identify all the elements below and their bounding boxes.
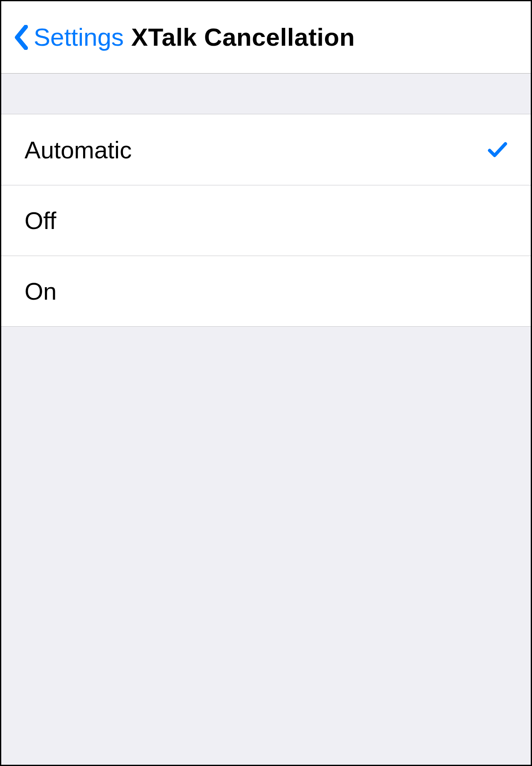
option-label: Automatic (25, 136, 132, 164)
option-label: Off (25, 207, 56, 234)
app-frame: Settings XTalk Cancellation Automatic Of… (0, 0, 532, 766)
content-fill (1, 327, 531, 765)
page-title: XTalk Cancellation (131, 23, 355, 52)
navbar: Settings XTalk Cancellation (1, 1, 531, 74)
option-automatic[interactable]: Automatic (1, 114, 531, 185)
back-label: Settings (34, 23, 124, 52)
back-button[interactable]: Settings (14, 23, 124, 52)
option-off[interactable]: Off (1, 185, 531, 256)
section-gap (1, 74, 531, 114)
checkmark-icon (488, 141, 507, 158)
option-label: On (25, 277, 57, 305)
option-on[interactable]: On (1, 256, 531, 326)
option-list: Automatic Off On (1, 114, 531, 327)
chevron-left-icon (14, 25, 28, 50)
